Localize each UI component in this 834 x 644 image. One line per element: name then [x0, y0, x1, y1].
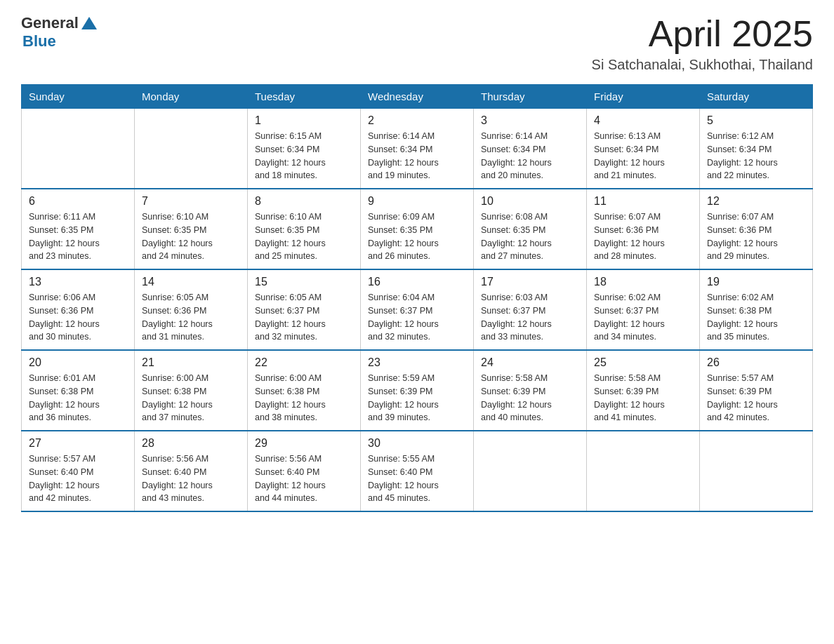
calendar-cell: 25Sunrise: 5:58 AM Sunset: 6:39 PM Dayli…	[587, 350, 700, 431]
calendar-cell: 21Sunrise: 6:00 AM Sunset: 6:38 PM Dayli…	[135, 350, 248, 431]
day-number: 18	[594, 276, 692, 288]
calendar-cell	[22, 109, 135, 189]
calendar-cell: 9Sunrise: 6:09 AM Sunset: 6:35 PM Daylig…	[361, 189, 474, 269]
calendar-cell	[700, 431, 813, 511]
day-info: Sunrise: 5:56 AM Sunset: 6:40 PM Dayligh…	[255, 452, 353, 505]
day-info: Sunrise: 6:09 AM Sunset: 6:35 PM Dayligh…	[368, 210, 466, 263]
column-header-wednesday: Wednesday	[361, 85, 474, 109]
calendar-cell	[587, 431, 700, 511]
day-number: 14	[142, 276, 240, 288]
day-number: 10	[481, 195, 579, 208]
day-number: 17	[481, 276, 579, 288]
day-number: 20	[29, 356, 127, 369]
day-number: 7	[142, 195, 240, 208]
calendar-cell: 15Sunrise: 6:05 AM Sunset: 6:37 PM Dayli…	[248, 269, 361, 350]
day-number: 3	[481, 114, 579, 127]
calendar-cell: 4Sunrise: 6:13 AM Sunset: 6:34 PM Daylig…	[587, 109, 700, 189]
day-number: 27	[29, 437, 127, 450]
column-header-saturday: Saturday	[700, 85, 813, 109]
month-title: April 2025	[592, 14, 813, 54]
calendar-cell: 29Sunrise: 5:56 AM Sunset: 6:40 PM Dayli…	[248, 431, 361, 511]
day-number: 9	[368, 195, 466, 208]
calendar-cell: 6Sunrise: 6:11 AM Sunset: 6:35 PM Daylig…	[22, 189, 135, 269]
day-info: Sunrise: 6:05 AM Sunset: 6:37 PM Dayligh…	[255, 291, 353, 344]
day-info: Sunrise: 6:07 AM Sunset: 6:36 PM Dayligh…	[707, 210, 805, 263]
day-info: Sunrise: 5:58 AM Sunset: 6:39 PM Dayligh…	[594, 372, 692, 424]
day-info: Sunrise: 6:12 AM Sunset: 6:34 PM Dayligh…	[707, 130, 805, 182]
column-header-thursday: Thursday	[474, 85, 587, 109]
day-number: 30	[368, 437, 466, 450]
day-number: 4	[594, 114, 692, 127]
day-info: Sunrise: 6:10 AM Sunset: 6:35 PM Dayligh…	[255, 210, 353, 263]
day-number: 28	[142, 437, 240, 450]
day-info: Sunrise: 5:57 AM Sunset: 6:39 PM Dayligh…	[707, 372, 805, 424]
day-info: Sunrise: 6:03 AM Sunset: 6:37 PM Dayligh…	[481, 291, 579, 344]
day-number: 21	[142, 356, 240, 369]
day-info: Sunrise: 6:01 AM Sunset: 6:38 PM Dayligh…	[29, 372, 127, 424]
calendar-cell: 19Sunrise: 6:02 AM Sunset: 6:38 PM Dayli…	[700, 269, 813, 350]
day-number: 12	[707, 195, 805, 208]
column-header-friday: Friday	[587, 85, 700, 109]
calendar-cell: 17Sunrise: 6:03 AM Sunset: 6:37 PM Dayli…	[474, 269, 587, 350]
day-number: 26	[707, 356, 805, 369]
day-info: Sunrise: 6:11 AM Sunset: 6:35 PM Dayligh…	[29, 210, 127, 263]
day-info: Sunrise: 6:08 AM Sunset: 6:35 PM Dayligh…	[481, 210, 579, 263]
day-info: Sunrise: 5:55 AM Sunset: 6:40 PM Dayligh…	[368, 452, 466, 505]
calendar-cell: 3Sunrise: 6:14 AM Sunset: 6:34 PM Daylig…	[474, 109, 587, 189]
day-number: 11	[594, 195, 692, 208]
calendar-cell: 27Sunrise: 5:57 AM Sunset: 6:40 PM Dayli…	[22, 431, 135, 511]
calendar-cell: 26Sunrise: 5:57 AM Sunset: 6:39 PM Dayli…	[700, 350, 813, 431]
day-number: 16	[368, 276, 466, 288]
calendar-cell	[135, 109, 248, 189]
location-title: Si Satchanalai, Sukhothai, Thailand	[592, 57, 813, 73]
day-info: Sunrise: 6:14 AM Sunset: 6:34 PM Dayligh…	[368, 130, 466, 182]
calendar-cell: 16Sunrise: 6:04 AM Sunset: 6:37 PM Dayli…	[361, 269, 474, 350]
column-header-sunday: Sunday	[22, 85, 135, 109]
calendar-cell: 24Sunrise: 5:58 AM Sunset: 6:39 PM Dayli…	[474, 350, 587, 431]
day-info: Sunrise: 5:57 AM Sunset: 6:40 PM Dayligh…	[29, 452, 127, 505]
day-number: 1	[255, 114, 353, 127]
day-number: 5	[707, 114, 805, 127]
day-info: Sunrise: 6:13 AM Sunset: 6:34 PM Dayligh…	[594, 130, 692, 182]
day-info: Sunrise: 6:07 AM Sunset: 6:36 PM Dayligh…	[594, 210, 692, 263]
logo-text-general: General	[21, 14, 79, 32]
calendar-cell: 14Sunrise: 6:05 AM Sunset: 6:36 PM Dayli…	[135, 269, 248, 350]
day-info: Sunrise: 6:00 AM Sunset: 6:38 PM Dayligh…	[142, 372, 240, 424]
day-info: Sunrise: 5:56 AM Sunset: 6:40 PM Dayligh…	[142, 452, 240, 505]
calendar-cell: 13Sunrise: 6:06 AM Sunset: 6:36 PM Dayli…	[22, 269, 135, 350]
day-info: Sunrise: 6:02 AM Sunset: 6:38 PM Dayligh…	[707, 291, 805, 344]
calendar-cell: 18Sunrise: 6:02 AM Sunset: 6:37 PM Dayli…	[587, 269, 700, 350]
day-info: Sunrise: 6:05 AM Sunset: 6:36 PM Dayligh…	[142, 291, 240, 344]
day-number: 23	[368, 356, 466, 369]
calendar-week-row: 6Sunrise: 6:11 AM Sunset: 6:35 PM Daylig…	[22, 189, 813, 269]
logo-triangle-icon	[81, 15, 97, 31]
day-number: 15	[255, 276, 353, 288]
calendar-cell: 2Sunrise: 6:14 AM Sunset: 6:34 PM Daylig…	[361, 109, 474, 189]
calendar-week-row: 27Sunrise: 5:57 AM Sunset: 6:40 PM Dayli…	[22, 431, 813, 511]
day-number: 29	[255, 437, 353, 450]
day-info: Sunrise: 5:58 AM Sunset: 6:39 PM Dayligh…	[481, 372, 579, 424]
logo-text-blue: Blue	[22, 32, 97, 51]
calendar-cell: 30Sunrise: 5:55 AM Sunset: 6:40 PM Dayli…	[361, 431, 474, 511]
day-info: Sunrise: 6:15 AM Sunset: 6:34 PM Dayligh…	[255, 130, 353, 182]
day-info: Sunrise: 6:00 AM Sunset: 6:38 PM Dayligh…	[255, 372, 353, 424]
logo: General Blue	[21, 14, 97, 51]
day-number: 13	[29, 276, 127, 288]
day-info: Sunrise: 6:04 AM Sunset: 6:37 PM Dayligh…	[368, 291, 466, 344]
day-number: 8	[255, 195, 353, 208]
calendar-cell: 11Sunrise: 6:07 AM Sunset: 6:36 PM Dayli…	[587, 189, 700, 269]
calendar-cell: 28Sunrise: 5:56 AM Sunset: 6:40 PM Dayli…	[135, 431, 248, 511]
day-number: 25	[594, 356, 692, 369]
calendar-cell: 1Sunrise: 6:15 AM Sunset: 6:34 PM Daylig…	[248, 109, 361, 189]
calendar-week-row: 13Sunrise: 6:06 AM Sunset: 6:36 PM Dayli…	[22, 269, 813, 350]
calendar-cell: 7Sunrise: 6:10 AM Sunset: 6:35 PM Daylig…	[135, 189, 248, 269]
svg-marker-0	[81, 17, 97, 29]
calendar-week-row: 20Sunrise: 6:01 AM Sunset: 6:38 PM Dayli…	[22, 350, 813, 431]
calendar-cell: 20Sunrise: 6:01 AM Sunset: 6:38 PM Dayli…	[22, 350, 135, 431]
calendar-cell: 8Sunrise: 6:10 AM Sunset: 6:35 PM Daylig…	[248, 189, 361, 269]
calendar-week-row: 1Sunrise: 6:15 AM Sunset: 6:34 PM Daylig…	[22, 109, 813, 189]
day-info: Sunrise: 6:14 AM Sunset: 6:34 PM Dayligh…	[481, 130, 579, 182]
calendar-cell: 5Sunrise: 6:12 AM Sunset: 6:34 PM Daylig…	[700, 109, 813, 189]
page-header: General Blue April 2025 Si Satchanalai, …	[21, 14, 813, 73]
calendar-table: SundayMondayTuesdayWednesdayThursdayFrid…	[21, 84, 813, 512]
